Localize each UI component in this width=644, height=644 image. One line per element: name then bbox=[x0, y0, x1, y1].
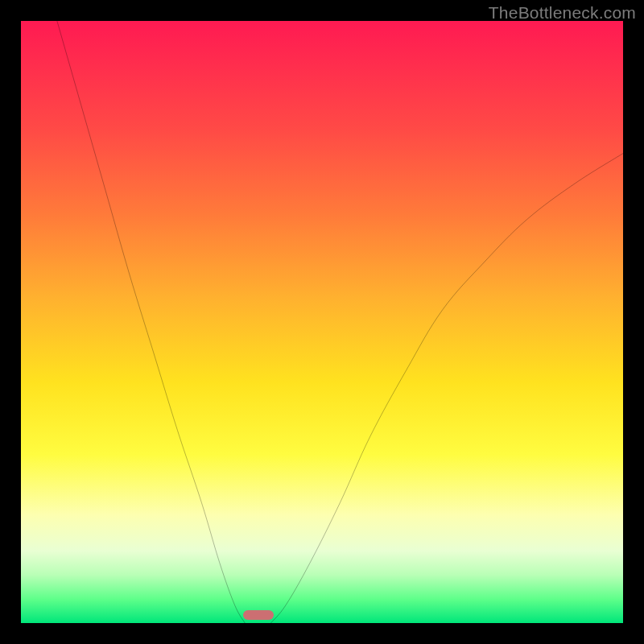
curve-svg bbox=[21, 21, 623, 623]
curve-right bbox=[270, 154, 623, 623]
watermark-text: TheBottleneck.com bbox=[489, 3, 636, 23]
curve-left bbox=[57, 21, 245, 623]
plot-area bbox=[21, 21, 623, 623]
minimum-marker bbox=[243, 610, 274, 620]
chart-frame: TheBottleneck.com bbox=[0, 0, 644, 644]
